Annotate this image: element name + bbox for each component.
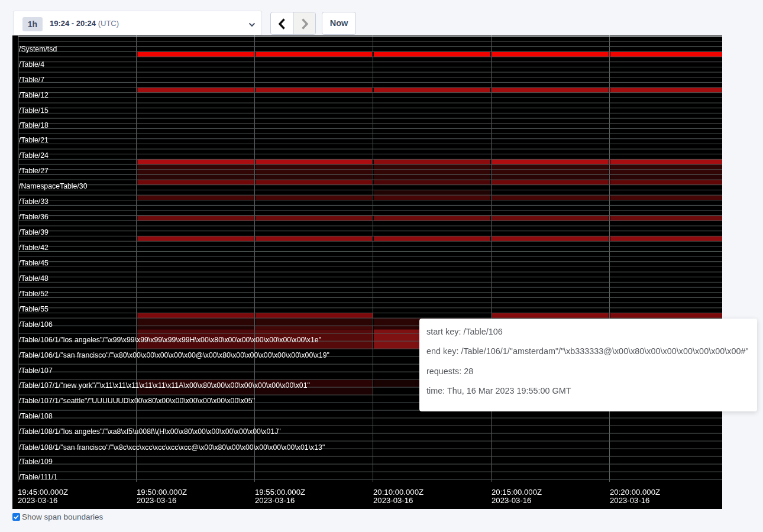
svg-text:/Table/106/1/"san francisco"/": /Table/106/1/"san francisco"/"\x80\x00\x… (19, 351, 329, 359)
svg-text:/System/tsd: /System/tsd (19, 45, 57, 53)
svg-text:/Table/52: /Table/52 (19, 290, 49, 298)
svg-text:2023-03-16: 2023-03-16 (255, 496, 295, 505)
svg-text:/Table/48: /Table/48 (19, 274, 49, 283)
svg-text:2023-03-16: 2023-03-16 (610, 496, 649, 505)
svg-text:/Table/106: /Table/106 (19, 320, 53, 329)
svg-text:/Table/39: /Table/39 (19, 228, 49, 236)
svg-text:20:15:00.000Z: 20:15:00.000Z (492, 488, 542, 497)
svg-text:/Table/7: /Table/7 (19, 76, 44, 84)
svg-text:/Table/108: /Table/108 (19, 412, 53, 420)
svg-text:/Table/45: /Table/45 (19, 259, 49, 267)
svg-text:/Table/109: /Table/109 (19, 458, 53, 466)
svg-text:/Table/108/1/"san francisco"/": /Table/108/1/"san francisco"/"\x8c\xcc\x… (19, 443, 325, 452)
svg-text:2023-03-16: 2023-03-16 (492, 496, 531, 505)
svg-text:19:50:00.000Z: 19:50:00.000Z (137, 488, 187, 497)
svg-text:2023-03-16: 2023-03-16 (18, 496, 57, 505)
svg-text:/Table/27: /Table/27 (19, 167, 49, 175)
svg-text:/Table/33: /Table/33 (19, 197, 49, 206)
svg-text:/Table/18: /Table/18 (19, 121, 49, 129)
svg-text:/Table/4: /Table/4 (19, 60, 44, 69)
svg-text:/Table/42: /Table/42 (19, 244, 49, 252)
svg-text:/Table/36: /Table/36 (19, 213, 49, 221)
svg-text:/NamespaceTable/30: /NamespaceTable/30 (19, 182, 88, 190)
svg-text:/Table/21: /Table/21 (19, 136, 49, 144)
svg-text:/Table/108/1/"los angeles"/"\x: /Table/108/1/"los angeles"/"\xa8\xf5\u00… (19, 427, 281, 436)
svg-text:/Table/55: /Table/55 (19, 305, 49, 313)
svg-text:/Table/12: /Table/12 (19, 91, 49, 99)
svg-text:/Table/111/1: /Table/111/1 (19, 473, 57, 481)
svg-text:19:55:00.000Z: 19:55:00.000Z (255, 488, 305, 497)
svg-text:/Table/107/1/"seattle"/"UUUUUU: /Table/107/1/"seattle"/"UUUUUUD\x00\x80\… (19, 397, 255, 405)
svg-text:2023-03-16: 2023-03-16 (137, 496, 176, 505)
svg-text:20:20:00.000Z: 20:20:00.000Z (610, 488, 660, 497)
svg-text:/Table/106/1/"los angeles"/"\x: /Table/106/1/"los angeles"/"\x99\x99\x99… (19, 336, 321, 344)
svg-text:20:10:00.000Z: 20:10:00.000Z (373, 488, 423, 497)
svg-text:/Table/107: /Table/107 (19, 366, 53, 375)
svg-text:/Table/15: /Table/15 (19, 106, 49, 115)
svg-text:19:45:00.000Z: 19:45:00.000Z (18, 488, 68, 497)
svg-text:/Table/107/1/"new york"/"\x11\: /Table/107/1/"new york"/"\x11\x11\x11\x1… (19, 381, 310, 390)
svg-text:2023-03-16: 2023-03-16 (373, 496, 413, 505)
svg-text:/Table/24: /Table/24 (19, 151, 49, 160)
